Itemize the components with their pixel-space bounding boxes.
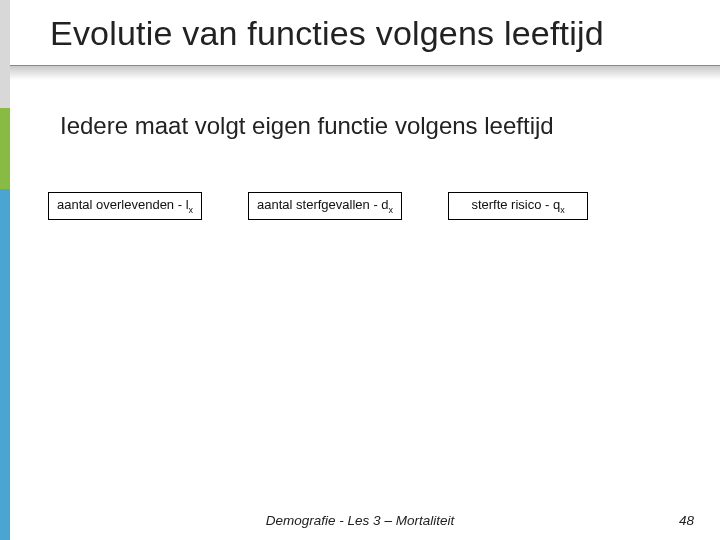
page-number: 48 [679, 513, 694, 528]
slide-title: Evolutie van functies volgens leeftijd [50, 14, 604, 53]
box-survivors: aantal overlevenden - lx [48, 192, 202, 220]
accent-stripe [0, 0, 10, 540]
footer: Demografie - Les 3 – Mortaliteit [0, 513, 720, 528]
box-deaths-sub: x [389, 205, 394, 215]
box-mortality-risk-sub: x [560, 205, 565, 215]
box-mortality-risk-text: sterfte risico - q [471, 197, 560, 212]
title-band: Evolutie van functies volgens leeftijd [10, 0, 720, 80]
box-survivors-text: aantal overlevenden - l [57, 197, 189, 212]
box-survivors-sub: x [189, 205, 194, 215]
box-deaths-text: aantal sterfgevallen - d [257, 197, 389, 212]
slide: Evolutie van functies volgens leeftijd I… [0, 0, 720, 540]
box-mortality-risk: sterfte risico - qx [448, 192, 588, 220]
footer-text: Demografie - Les 3 – Mortaliteit [266, 513, 454, 528]
label-boxes-row: aantal overlevenden - lx aantal sterfgev… [48, 192, 690, 220]
box-deaths: aantal sterfgevallen - dx [248, 192, 402, 220]
slide-subtitle: Iedere maat volgt eigen functie volgens … [60, 112, 554, 140]
